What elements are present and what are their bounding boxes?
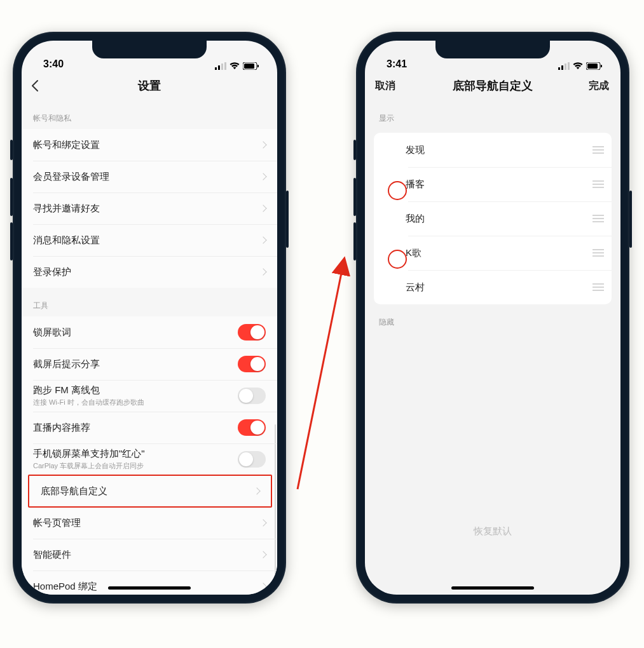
row-heart-lock[interactable]: 手机锁屏菜单支持加"红心" CarPlay 车载屏幕上会自动开启同步 xyxy=(22,443,277,475)
done-button[interactable]: 完成 xyxy=(589,79,609,93)
row-smart-hw[interactable]: 智能硬件 xyxy=(22,539,277,570)
toggle-live-rec[interactable] xyxy=(238,419,266,436)
nav-item-podcast[interactable]: 播客 xyxy=(374,167,612,201)
chevron-right-icon xyxy=(259,551,266,558)
tools-list: 锁屏歌词 截屏后提示分享 跑步 FM 离线包 连接 Wi-Fi 时，会自动缓存跑… xyxy=(22,316,277,595)
svg-rect-1 xyxy=(218,65,220,70)
nav-item-mine[interactable]: 我的 xyxy=(374,201,612,236)
row-account-binding[interactable]: 帐号和绑定设置 xyxy=(22,129,277,161)
svg-rect-6 xyxy=(257,65,259,67)
row-member-devices[interactable]: 会员登录设备管理 xyxy=(22,161,277,192)
row-capture-share[interactable]: 截屏后提示分享 xyxy=(22,348,277,380)
row-homepod[interactable]: HomePod 绑定 xyxy=(22,570,277,595)
battery-icon xyxy=(243,62,259,70)
toggle-lock-lyrics[interactable] xyxy=(238,324,266,341)
section-header-show: 显示 xyxy=(365,100,620,129)
row-live-rec[interactable]: 直播内容推荐 xyxy=(22,412,277,443)
navbar: 设置 xyxy=(22,71,277,100)
svg-rect-10 xyxy=(565,64,566,70)
cancel-button[interactable]: 取消 xyxy=(375,79,395,93)
row-invite-friends[interactable]: 寻找并邀请好友 xyxy=(22,192,277,224)
home-indicator[interactable] xyxy=(108,586,191,590)
nav-item-discover[interactable]: 发现 xyxy=(374,133,612,167)
drag-handle-icon[interactable] xyxy=(593,283,604,291)
chevron-right-icon xyxy=(259,236,266,243)
section-header-hide: 隐藏 xyxy=(365,304,620,333)
signal-icon xyxy=(215,62,226,70)
nav-item-cloud-village[interactable]: 云村 xyxy=(374,270,612,304)
row-bottom-nav-custom[interactable]: 底部导航自定义 xyxy=(29,476,271,506)
drag-handle-icon[interactable] xyxy=(593,146,604,154)
chevron-right-icon xyxy=(259,268,266,275)
svg-rect-3 xyxy=(224,62,226,70)
nav-item-karaoke[interactable]: K歌 xyxy=(374,236,612,270)
toggle-capture-share[interactable] xyxy=(238,356,266,372)
notch xyxy=(92,41,207,58)
chevron-right-icon xyxy=(259,519,266,526)
svg-rect-2 xyxy=(221,64,223,70)
row-lock-lyrics[interactable]: 锁屏歌词 xyxy=(22,316,277,348)
page-title: 设置 xyxy=(138,78,161,93)
highlight-ring-icon xyxy=(388,250,407,269)
phone-edit-nav: 3:41 取消 底部导航自定义 完成 显示 xyxy=(356,32,629,604)
chevron-right-icon xyxy=(259,173,266,180)
svg-rect-9 xyxy=(561,65,563,70)
svg-rect-13 xyxy=(587,64,598,69)
svg-rect-5 xyxy=(244,64,254,69)
chevron-right-icon xyxy=(253,487,260,494)
row-login-protect[interactable]: 登录保护 xyxy=(22,256,277,288)
navbar: 取消 底部导航自定义 完成 xyxy=(365,71,620,100)
section-header-account: 帐号和隐私 xyxy=(22,100,277,129)
drag-handle-icon[interactable] xyxy=(593,180,604,188)
toggle-fm-offline[interactable] xyxy=(238,388,266,404)
row-msg-privacy[interactable]: 消息和隐私设置 xyxy=(22,224,277,256)
svg-rect-8 xyxy=(558,67,560,70)
highlight-ring-icon xyxy=(388,181,407,200)
svg-rect-0 xyxy=(215,67,217,70)
row-fm-offline[interactable]: 跑步 FM 离线包 连接 Wi-Fi 时，会自动缓存跑步歌曲 xyxy=(22,380,277,412)
wifi-icon xyxy=(573,62,583,70)
account-list: 帐号和绑定设置 会员登录设备管理 寻找并邀请好友 消息和隐私设置 登录保护 xyxy=(22,129,277,288)
svg-rect-11 xyxy=(568,62,570,70)
back-button[interactable] xyxy=(31,79,43,92)
wifi-icon xyxy=(230,62,240,70)
home-indicator[interactable] xyxy=(451,586,534,590)
chevron-right-icon xyxy=(259,583,266,590)
battery-icon xyxy=(586,62,603,70)
chevron-right-icon xyxy=(259,141,266,148)
phone-settings: 3:40 设置 帐号和 xyxy=(13,32,286,604)
section-header-tools: 工具 xyxy=(22,288,277,316)
chevron-right-icon xyxy=(259,205,266,212)
show-list: 发现 播客 我的 xyxy=(374,133,612,304)
row-account-page[interactable]: 帐号页管理 xyxy=(22,507,277,539)
svg-line-7 xyxy=(298,264,343,489)
svg-rect-14 xyxy=(601,65,602,67)
notch xyxy=(435,41,550,58)
drag-handle-icon[interactable] xyxy=(593,249,604,257)
page-title: 底部导航自定义 xyxy=(453,78,533,93)
signal-icon xyxy=(558,62,570,70)
highlight-bottom-nav: 底部导航自定义 xyxy=(28,475,272,508)
toggle-heart-lock[interactable] xyxy=(238,451,266,468)
status-time: 3:41 xyxy=(387,58,407,70)
drag-handle-icon[interactable] xyxy=(593,215,604,222)
status-time: 3:40 xyxy=(43,58,64,70)
restore-defaults-button[interactable]: 恢复默认 xyxy=(365,525,620,537)
